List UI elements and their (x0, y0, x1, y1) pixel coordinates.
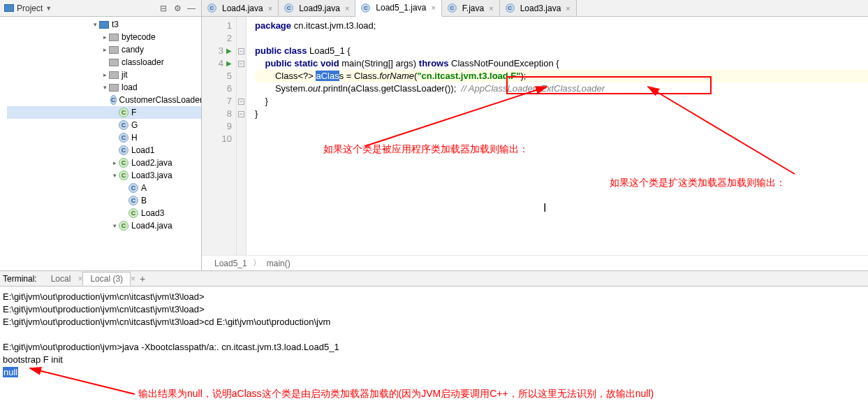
terminal-output[interactable]: E:\git\jvm\out\production\jvm\cn\itcast\… (0, 287, 868, 383)
terminal-line (3, 328, 865, 341)
run-icon[interactable]: ▶ (226, 57, 232, 70)
annotation-box (506, 76, 712, 94)
add-terminal-button[interactable]: + (140, 273, 145, 284)
terminal-line: E:\git\jvm\out\production\jvm\cn\itcast\… (3, 316, 865, 328)
project-header: Project ▼ ⊟ ⚙ — (0, 0, 201, 17)
collapse-all-icon[interactable]: ⊟ (158, 3, 169, 14)
terminal-line: bootstrap F init (3, 354, 865, 366)
terminal-label: Terminal: (3, 274, 37, 284)
tab-load4[interactable]: CLoad4.java× (202, 0, 279, 16)
terminal-line: null (3, 366, 865, 379)
tree-class-load3c[interactable]: CLoad3 (7, 207, 201, 219)
text-cursor-icon: I (543, 202, 546, 215)
tree-class-h[interactable]: CH (7, 131, 201, 144)
code-editor[interactable]: 1 2 3▶ 4▶ 5 6 7 8 9 10 − − − − package c… (202, 17, 868, 255)
tree-file-load3[interactable]: ▾CLoad3.java (7, 169, 201, 182)
tree-folder-classloader[interactable]: classloader (7, 56, 201, 68)
annotation-text-2: 如果这个类是扩这类加载器加载则输出： (610, 176, 786, 189)
tree-folder-bytecode[interactable]: ▸bytecode (7, 31, 201, 43)
close-icon[interactable]: × (345, 4, 349, 13)
tree-class-g[interactable]: CG (7, 119, 201, 131)
code-content[interactable]: package cn.itcast.jvm.t3.load; public cl… (247, 17, 868, 255)
tree-folder-t3[interactable]: ▾t3 (7, 18, 201, 31)
fold-icon[interactable]: − (238, 99, 244, 105)
terminal-tab-local3[interactable]: Local (3) (82, 272, 131, 286)
fold-icon[interactable]: − (238, 61, 244, 67)
close-icon[interactable]: × (268, 4, 272, 13)
tab-load5-1[interactable]: CLoad5_1.java× (355, 0, 442, 17)
tree-class-a[interactable]: CA (7, 182, 201, 194)
project-view-dropdown[interactable]: ▼ (45, 5, 52, 12)
terminal-tab-local[interactable]: Local (44, 273, 78, 285)
breadcrumb[interactable]: Load5_1〉main() (202, 255, 868, 270)
project-tree[interactable]: ▾t3 ▸bytecode ▸candy classloader ▸jit ▾l… (0, 17, 201, 270)
project-title: Project (17, 3, 43, 13)
fold-column: − − − − (237, 17, 247, 255)
hide-icon[interactable]: — (186, 3, 197, 14)
tree-class-ccl[interactable]: CCustomerClassLoader (7, 94, 201, 106)
tree-class-load1[interactable]: CLoad1 (7, 144, 201, 157)
tab-load3[interactable]: CLoad3.java× (500, 0, 577, 16)
gutter: 1 2 3▶ 4▶ 5 6 7 8 9 10 (202, 17, 237, 255)
project-tool-window: Project ▼ ⊟ ⚙ — ▾t3 ▸bytecode ▸candy cla… (0, 0, 202, 270)
tree-folder-candy[interactable]: ▸candy (7, 43, 201, 56)
gear-icon[interactable]: ⚙ (172, 3, 183, 14)
run-icon[interactable]: ▶ (226, 45, 232, 57)
fold-icon[interactable]: − (238, 48, 244, 55)
annotation-text-1: 如果这个类是被应用程序类加载器加载则输出： (323, 143, 529, 155)
terminal-line: E:\git\jvm\out\production\jvm\cn\itcast\… (3, 291, 865, 303)
close-icon[interactable]: × (431, 3, 435, 12)
editor-area: CLoad4.java× CLoad9.java× CLoad5_1.java×… (202, 0, 868, 270)
tree-class-f[interactable]: CF (7, 106, 201, 119)
tab-f[interactable]: CF.java× (442, 0, 500, 16)
close-icon[interactable]: × (489, 4, 493, 13)
tree-folder-load[interactable]: ▾load (7, 81, 201, 94)
tab-load9[interactable]: CLoad9.java× (279, 0, 355, 16)
annotation-text-3: 输出结果为null，说明aClass这个类是由启动类加载器加载的(因为JVM启动… (138, 387, 654, 400)
editor-tabs: CLoad4.java× CLoad9.java× CLoad5_1.java×… (202, 0, 868, 17)
terminal-tabs: Terminal: Local× Local (3)× + (0, 271, 868, 287)
fold-icon[interactable]: − (238, 111, 244, 117)
tree-folder-jit[interactable]: ▸jit (7, 68, 201, 81)
tree-file-load2[interactable]: ▸CLoad2.java (7, 157, 201, 169)
terminal-line: E:\git\jvm\out\production\jvm\cn\itcast\… (3, 303, 865, 316)
terminal-line: E:\git\jvm\out\production\jvm>java -Xboo… (3, 341, 865, 354)
tree-file-load4[interactable]: ▾CLoad4.java (7, 219, 201, 232)
project-icon (4, 4, 14, 12)
tree-class-b[interactable]: CB (7, 194, 201, 207)
close-icon[interactable]: × (566, 4, 570, 13)
